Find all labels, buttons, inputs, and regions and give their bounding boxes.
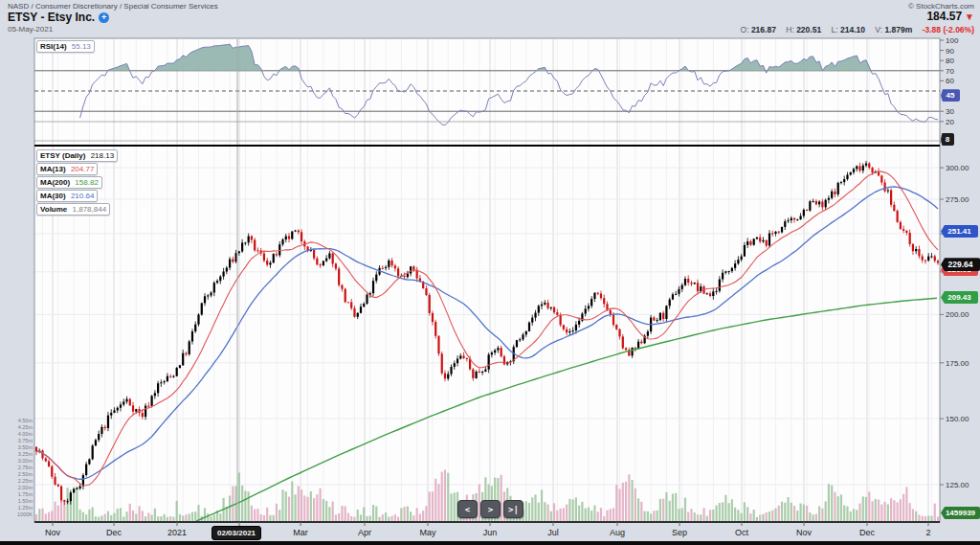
last-price: 184.57 xyxy=(926,10,962,23)
chart-header: NASD / Consumer Discretionary / Special … xyxy=(0,0,980,36)
axis-tick-label: 2.25m xyxy=(18,478,33,484)
axis-tick-label: 3.00m xyxy=(18,458,33,464)
axis-tick-label: Dec xyxy=(859,528,876,537)
axis-tick-label: 275.00 xyxy=(946,195,969,204)
symbol-title: ETSY - Etsy Inc. xyxy=(8,11,95,24)
low-value: 214.10 xyxy=(840,25,865,34)
legend-row-ma13: MA(13) 204.77 xyxy=(36,163,98,175)
low-label: L: xyxy=(832,25,838,34)
stockcharts-page: 300.00275.00250.00225.00200.00175.00150.… xyxy=(0,0,980,545)
scroll-end-button[interactable]: >| xyxy=(503,500,523,518)
axis-tick-label: 20 xyxy=(946,118,954,126)
axis-tick-label: Apr xyxy=(358,528,371,537)
open-label: O: xyxy=(741,25,749,34)
axis-tick-label: Oct xyxy=(735,528,749,537)
axis-tick-label: 60 xyxy=(946,77,954,85)
axis-tick-label: 1.25m xyxy=(18,505,33,511)
axis-tick-label: Jun xyxy=(483,528,498,537)
axis-tick-label: 1.50m xyxy=(18,498,33,504)
rsi-legend: RSI(14) 55.13 xyxy=(36,40,95,54)
axis-tick-label: 2021 xyxy=(167,528,187,537)
price-axis-badge: 229.64 xyxy=(941,258,980,271)
legend-row-ma200: MA(200) 158.82 xyxy=(36,176,102,189)
axis-tick-label: 1000K xyxy=(17,511,33,517)
axis-tick-label: 2.00m xyxy=(18,485,33,490)
rsi-axis-badge: 45 xyxy=(941,89,960,102)
legend-row-symbol: ETSY (Daily) 218.13 xyxy=(36,149,118,162)
price-legend: ETSY (Daily) 218.13 MA(13) 204.77 MA(200… xyxy=(36,149,118,216)
axis-tick-label: May xyxy=(419,528,436,537)
axis-tick-label: 2.75m xyxy=(18,465,33,470)
scroll-right-button[interactable]: > xyxy=(480,500,501,518)
legend-row-ma30: MA(30) 210.64 xyxy=(36,190,98,202)
price-axis-badge: 251.41 xyxy=(941,225,978,238)
rsi-legend-box: RSI(14) 55.13 xyxy=(36,40,95,53)
axis-tick-label: 2 xyxy=(925,528,930,537)
last-price-row: 184.57▼ xyxy=(926,10,974,23)
axis-tick-label: 1.75m xyxy=(18,491,33,497)
legend-row-volume: Volume 1,878,844 xyxy=(36,203,110,216)
chart-nav: < > >| xyxy=(457,500,523,518)
page-title: ETSY - Etsy Inc.+ xyxy=(8,11,109,24)
volume-axis-badge: 1459939 xyxy=(941,507,980,519)
window-bottom-edge xyxy=(0,541,980,545)
axis-tick-label: 4.00m xyxy=(18,431,33,437)
rsi-axis-badge-secondary: 8 xyxy=(941,133,954,146)
axis-tick-label: Aug xyxy=(610,528,625,537)
axis-tick-label: 3.75m xyxy=(18,438,33,443)
axis-tick-label: 90 xyxy=(946,47,954,56)
axis-tick-label: 175.00 xyxy=(946,359,969,368)
high-label: H: xyxy=(786,25,794,34)
chart-date: 05-May-2021 xyxy=(8,25,53,34)
axis-tick-label: 2.50m xyxy=(18,471,33,477)
axis-tick-label: 300.00 xyxy=(946,164,969,172)
axis-tick-label: Sep xyxy=(672,528,687,537)
quote-row: O: 216.87 H: 220.51 L: 214.10 V: 1.879m … xyxy=(741,25,974,34)
axis-tick-label: 200.00 xyxy=(946,310,969,319)
axis-tick-label: 30 xyxy=(946,107,954,116)
add-symbol-icon[interactable]: + xyxy=(99,12,109,23)
axis-tick-label: Mar xyxy=(293,528,308,537)
axis-tick-label: 3.25m xyxy=(18,451,33,457)
rsi-legend-label: RSI(14) xyxy=(40,42,67,51)
axis-tick-label: 80 xyxy=(946,57,954,65)
open-value: 216.87 xyxy=(751,25,776,34)
scroll-left-button[interactable]: < xyxy=(457,500,478,518)
date-tooltip: 02/03/2021 xyxy=(212,526,261,540)
breadcrumb: NASD / Consumer Discretionary / Special … xyxy=(8,2,218,11)
axis-tick-label: 70 xyxy=(946,67,954,76)
axis-tick-label: 150.00 xyxy=(946,415,969,423)
axis-tick-label: Nov xyxy=(45,528,61,537)
axis-tick-label: 100 xyxy=(946,36,959,45)
axis-tick-label: 3.50m xyxy=(18,444,33,450)
down-arrow-icon: ▼ xyxy=(965,11,974,22)
axis-tick-label: Nov xyxy=(796,528,813,537)
axis-tick-label: 125.00 xyxy=(946,481,969,489)
rsi-legend-value: 55.13 xyxy=(72,42,91,51)
high-value: 220.51 xyxy=(796,25,821,34)
axis-tick-label: Dec xyxy=(106,528,122,537)
chart-canvas[interactable]: 300.00275.00250.00225.00200.00175.00150.… xyxy=(0,0,980,545)
change-value: -3.88 (-2.06%) xyxy=(923,25,974,34)
axis-tick-label: Jul xyxy=(547,528,559,537)
volume-label: V: xyxy=(875,25,882,34)
price-axis-badge: 209.43 xyxy=(941,291,978,304)
volume-value: 1.879m xyxy=(884,25,912,34)
axis-tick-label: 4.50m xyxy=(18,418,33,423)
axis-tick-label: 4.25m xyxy=(18,424,33,430)
